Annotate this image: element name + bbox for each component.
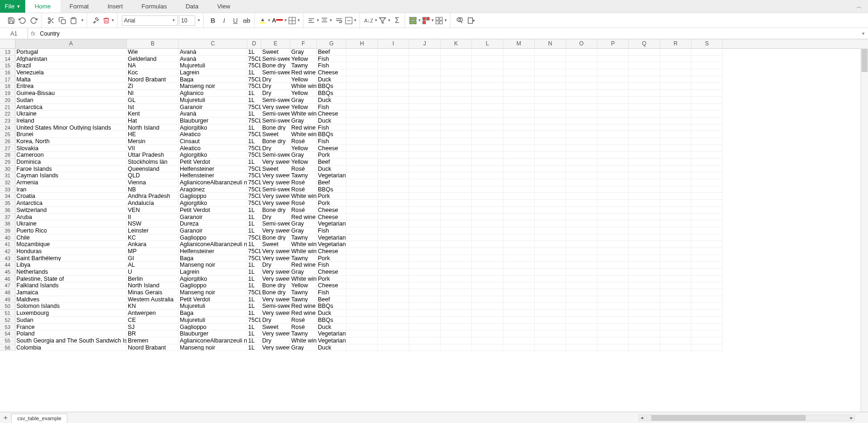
cell[interactable] <box>441 234 472 241</box>
cell[interactable] <box>566 104 597 111</box>
cell[interactable] <box>409 310 441 317</box>
cell[interactable]: II <box>127 214 179 221</box>
cell[interactable] <box>503 262 535 269</box>
cell[interactable] <box>691 207 723 214</box>
cell[interactable] <box>346 220 378 227</box>
cell[interactable] <box>535 207 566 214</box>
cell[interactable]: White wine <box>290 193 317 200</box>
cell[interactable] <box>441 227 472 234</box>
cell[interactable] <box>472 193 503 200</box>
column-header-A[interactable]: A <box>15 39 127 48</box>
cell[interactable] <box>346 131 378 138</box>
cell[interactable]: Antarctica <box>15 104 127 111</box>
cell[interactable] <box>441 110 472 117</box>
cell[interactable] <box>378 303 409 310</box>
cell[interactable] <box>660 62 691 69</box>
cell[interactable] <box>409 97 441 104</box>
cell[interactable] <box>566 83 597 90</box>
cell[interactable]: Dry <box>261 214 290 221</box>
cell[interactable]: 75CL <box>247 317 261 324</box>
cell[interactable] <box>691 324 723 331</box>
cell[interactable] <box>566 344 597 351</box>
cell[interactable] <box>566 131 597 138</box>
row-header[interactable]: 56 <box>0 344 15 351</box>
cell[interactable] <box>597 255 629 262</box>
cell[interactable]: Tawny <box>290 296 317 303</box>
cell[interactable]: Red wine <box>290 262 317 269</box>
cell[interactable] <box>629 214 660 221</box>
cell[interactable]: Gaglioppo <box>179 282 247 289</box>
cell[interactable] <box>597 214 629 221</box>
cell[interactable] <box>503 76 535 83</box>
cell[interactable] <box>566 76 597 83</box>
cell[interactable] <box>378 131 409 138</box>
cell[interactable] <box>409 330 441 337</box>
cell[interactable] <box>472 214 503 221</box>
cell[interactable] <box>597 76 629 83</box>
cell[interactable]: Bone dry <box>261 282 290 289</box>
row-header[interactable]: 47 <box>0 282 15 289</box>
cell[interactable] <box>566 324 597 331</box>
row-header[interactable]: 19 <box>0 90 15 97</box>
cell[interactable] <box>472 110 503 117</box>
cell[interactable]: Dominica <box>15 159 127 166</box>
cell[interactable] <box>566 62 597 69</box>
cell[interactable] <box>691 186 723 193</box>
cell[interactable] <box>660 131 691 138</box>
cell[interactable]: 1L <box>247 124 261 131</box>
cell[interactable]: Mujuretuli <box>179 62 247 69</box>
cell[interactable]: Dry <box>261 76 290 83</box>
cell[interactable] <box>691 90 723 97</box>
cell[interactable]: BBQs <box>317 303 346 310</box>
cell[interactable] <box>629 262 660 269</box>
cell[interactable]: Pork <box>317 193 346 200</box>
cell[interactable] <box>503 269 535 276</box>
cell[interactable]: Vegetarian <box>317 330 346 337</box>
cell[interactable]: Chile <box>15 234 127 241</box>
row-header[interactable]: 32 <box>0 179 15 186</box>
row-header[interactable]: 53 <box>0 324 15 331</box>
cell[interactable] <box>566 255 597 262</box>
cell[interactable]: Rosé <box>290 186 317 193</box>
cell[interactable] <box>378 269 409 276</box>
cell[interactable] <box>535 344 566 351</box>
cell[interactable] <box>597 207 629 214</box>
cell[interactable]: Yellow <box>290 145 317 152</box>
cell[interactable] <box>660 220 691 227</box>
cell[interactable] <box>472 289 503 296</box>
cell[interactable] <box>378 330 409 337</box>
cell[interactable] <box>503 104 535 111</box>
cell[interactable]: Beef <box>317 49 346 56</box>
cell[interactable] <box>629 324 660 331</box>
cell[interactable] <box>535 124 566 131</box>
cell[interactable]: 75CL <box>247 200 261 207</box>
cell[interactable] <box>472 262 503 269</box>
cell[interactable]: 75CL <box>247 76 261 83</box>
cell[interactable] <box>503 69 535 76</box>
cell[interactable]: MP <box>127 248 179 255</box>
formula-input[interactable] <box>38 28 859 39</box>
cell[interactable]: Agiorgitiko <box>179 152 247 159</box>
row-header[interactable]: 34 <box>0 193 15 200</box>
row-header[interactable]: 55 <box>0 337 15 344</box>
cell[interactable] <box>346 234 378 241</box>
cell[interactable] <box>660 76 691 83</box>
cell[interactable] <box>378 276 409 283</box>
cell[interactable]: 75CL <box>247 152 261 159</box>
cell[interactable] <box>472 159 503 166</box>
cell[interactable]: Yellow <box>290 76 317 83</box>
cell[interactable]: Bone dry <box>261 62 290 69</box>
autosum-button[interactable]: Σ <box>392 15 402 26</box>
cell[interactable] <box>535 248 566 255</box>
cell[interactable] <box>441 49 472 56</box>
cell[interactable]: Fish <box>317 124 346 131</box>
cell[interactable] <box>409 186 441 193</box>
cell[interactable] <box>535 227 566 234</box>
row-header[interactable]: 30 <box>0 166 15 173</box>
cell[interactable]: Ukraine <box>15 220 127 227</box>
cut-button[interactable] <box>46 15 56 26</box>
cell[interactable] <box>629 166 660 173</box>
cell[interactable] <box>566 117 597 124</box>
cell[interactable] <box>566 138 597 145</box>
cell[interactable]: Gaglioppo <box>179 193 247 200</box>
